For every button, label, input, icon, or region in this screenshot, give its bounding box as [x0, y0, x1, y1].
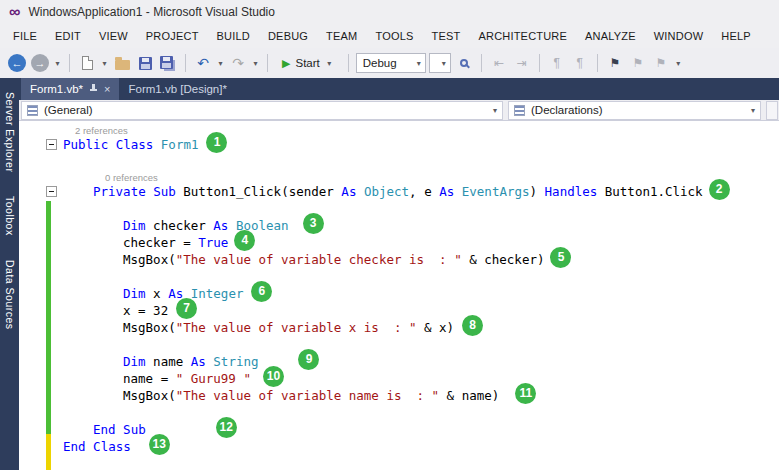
code-line: MsgBox("The value of variable name is : …: [19, 387, 779, 404]
open-folder-icon: [115, 60, 130, 70]
indent-decrease-icon: ⇤: [494, 57, 504, 69]
tab-form1-design[interactable]: Form1.vb [Design]*: [119, 78, 235, 100]
code-token: MsgBox(: [123, 388, 176, 403]
undo-dropdown[interactable]: ▾: [216, 59, 225, 68]
toolbar-overflow-button[interactable]: ▾: [674, 59, 683, 68]
code-token: Integer: [191, 286, 244, 301]
uncomment-lines-button[interactable]: ¶: [570, 52, 590, 74]
code-token: & name): [439, 388, 499, 403]
code-token: checker =: [123, 235, 198, 250]
code-token: As: [213, 218, 236, 233]
code-token: As: [341, 184, 364, 199]
magnifier-icon: [460, 59, 468, 67]
start-label: Start: [295, 57, 319, 69]
code-token: & x): [417, 320, 455, 335]
workspace: Server ExplorerToolboxData Sources Form1…: [0, 78, 779, 470]
menu-bar: FILEEDITVIEWPROJECTBUILDDEBUGTEAMTOOLSTE…: [0, 24, 779, 48]
collapse-toggle[interactable]: [46, 139, 57, 150]
menu-tools[interactable]: TOOLS: [366, 25, 422, 47]
save-all-button[interactable]: [158, 52, 178, 74]
menu-analyze[interactable]: ANALYZE: [576, 25, 645, 47]
toolbar-separator: [597, 54, 598, 72]
code-area: 2 referencesPublic Class Form110 referen…: [19, 121, 779, 455]
menu-view[interactable]: VIEW: [90, 25, 137, 47]
code-token: "The value of variable name is : ": [176, 388, 439, 403]
navigation-history-dropdown[interactable]: ▾: [53, 59, 62, 68]
scope-icon: [27, 105, 38, 116]
code-token: Button1_Click(sender: [183, 184, 341, 199]
toolbar-separator: [539, 54, 540, 72]
menu-help[interactable]: HELP: [712, 25, 760, 47]
code-token: name: [153, 354, 191, 369]
navigate-backward-button[interactable]: ←: [7, 52, 27, 74]
redo-button[interactable]: ↷: [228, 52, 248, 74]
decrease-indent-button[interactable]: ⇤: [489, 52, 509, 74]
collapse-toggle[interactable]: [46, 186, 57, 197]
menu-architecture[interactable]: ARCHITECTURE: [469, 25, 576, 47]
new-project-button[interactable]: [77, 52, 97, 74]
blank-line: [19, 404, 779, 421]
forward-arrow-icon: →: [31, 54, 49, 72]
change-tracking-saved-bar: [46, 201, 51, 434]
code-line: Private Sub Button1_Click(sender As Obje…: [19, 183, 779, 200]
menu-debug[interactable]: DEBUG: [259, 25, 317, 47]
bookmark-next-icon: ⚑: [655, 57, 666, 69]
blank-line: [19, 200, 779, 217]
sidebar-item-server-explorer[interactable]: Server Explorer: [4, 92, 16, 172]
annotation-badge-7: 7: [176, 298, 197, 319]
blank-line: [19, 336, 779, 353]
sidebar-item-data-sources[interactable]: Data Sources: [4, 260, 16, 330]
save-all-icon: [160, 56, 173, 69]
menu-edit[interactable]: EDIT: [46, 25, 90, 47]
menu-team[interactable]: TEAM: [317, 25, 366, 47]
save-button[interactable]: [135, 52, 155, 74]
annotation-badge-13: 13: [149, 434, 170, 455]
solution-configuration-combobox[interactable]: Debug ▾: [356, 53, 426, 73]
toggle-bookmark-button[interactable]: ⚑: [605, 52, 625, 74]
menu-file[interactable]: FILE: [4, 25, 46, 47]
menu-test[interactable]: TEST: [423, 25, 470, 47]
open-file-button[interactable]: [112, 52, 132, 74]
standard-toolbar: ← → ▾ ▾ ↶ ▾ ↷ ▾ ▶ Start ▾ Debug ▾ ▾ ⇤ ⇥ …: [0, 48, 779, 78]
redo-icon: ↷: [232, 56, 244, 70]
scope-dropdown[interactable]: (General) ▾: [21, 101, 503, 120]
annotation-badge-5: 5: [550, 247, 571, 268]
menu-window[interactable]: WINDOW: [645, 25, 712, 47]
scrollbar-top-button[interactable]: [766, 101, 778, 120]
comment-lines-button[interactable]: ¶: [547, 52, 567, 74]
member-value: (Declarations): [531, 104, 603, 116]
start-debugging-button[interactable]: ▶ Start ▾: [275, 55, 341, 72]
sidebar-item-toolbox[interactable]: Toolbox: [4, 196, 16, 236]
member-icon: [514, 105, 525, 116]
codelens-line[interactable]: 2 references: [19, 123, 779, 136]
pin-icon[interactable]: [90, 84, 97, 94]
code-token: Dim: [123, 218, 153, 233]
code-editor[interactable]: 2 referencesPublic Class Form110 referen…: [19, 121, 779, 470]
code-line: x = 327: [19, 302, 779, 319]
redo-dropdown[interactable]: ▾: [251, 59, 260, 68]
code-line: End Class13: [19, 438, 779, 455]
member-dropdown[interactable]: (Declarations) ▾: [508, 101, 761, 120]
increase-indent-button[interactable]: ⇥: [512, 52, 532, 74]
uncomment-icon: ¶: [577, 57, 583, 69]
new-item-dropdown[interactable]: ▾: [100, 59, 109, 68]
menu-build[interactable]: BUILD: [208, 25, 259, 47]
find-in-files-button[interactable]: [454, 52, 474, 74]
tab-form1-code[interactable]: Form1.vb*×: [21, 78, 119, 100]
annotation-badge-3: 3: [303, 213, 324, 234]
code-token: x = 32: [123, 303, 168, 318]
next-bookmark-button[interactable]: ⚑: [651, 52, 671, 74]
left-tool-tabs: Server ExplorerToolboxData Sources: [0, 78, 19, 470]
configuration-value: Debug: [363, 57, 397, 69]
close-icon[interactable]: ×: [104, 84, 110, 95]
blank-line: [19, 268, 779, 285]
menu-project[interactable]: PROJECT: [137, 25, 208, 47]
code-token: Object: [364, 184, 409, 199]
navigate-forward-button[interactable]: →: [30, 52, 50, 74]
toolbar-separator: [481, 54, 482, 72]
undo-button[interactable]: ↶: [193, 52, 213, 74]
solution-platform-combobox[interactable]: ▾: [429, 53, 451, 73]
toolbar-separator: [69, 54, 70, 72]
previous-bookmark-button[interactable]: ⚑: [628, 52, 648, 74]
codelens-line[interactable]: 0 references: [19, 170, 779, 183]
